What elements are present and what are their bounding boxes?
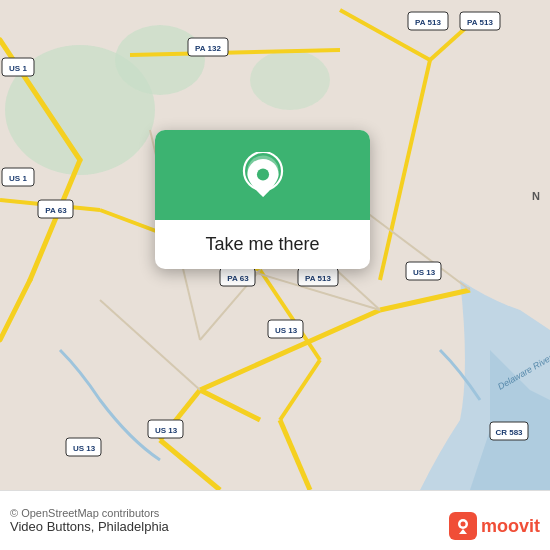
svg-text:CR 583: CR 583	[495, 428, 523, 437]
bottom-bar: © OpenStreetMap contributors Video Butto…	[0, 490, 550, 550]
svg-text:PA 63: PA 63	[227, 274, 249, 283]
svg-text:US 13: US 13	[155, 426, 178, 435]
svg-text:PA 63: PA 63	[45, 206, 67, 215]
svg-text:US 13: US 13	[73, 444, 96, 453]
svg-text:N: N	[532, 190, 540, 202]
svg-point-58	[256, 168, 268, 180]
map-container: US 1 US 1 PA 132 PA 513 PA 513 PA 63 PA …	[0, 0, 550, 490]
button-card: Take me there	[155, 130, 370, 269]
take-me-there-button[interactable]: Take me there	[175, 234, 350, 255]
location-pin-icon	[237, 152, 289, 204]
svg-text:US 1: US 1	[9, 64, 27, 73]
card-top	[155, 130, 370, 220]
svg-text:PA 513: PA 513	[467, 18, 493, 27]
svg-text:US 1: US 1	[9, 174, 27, 183]
svg-point-3	[250, 50, 330, 110]
moovit-logo: moovit	[449, 512, 540, 540]
moovit-icon	[449, 512, 477, 540]
svg-text:US 13: US 13	[413, 268, 436, 277]
svg-text:PA 132: PA 132	[195, 44, 221, 53]
svg-point-2	[115, 25, 205, 95]
svg-point-60	[460, 522, 465, 527]
card-bottom: Take me there	[155, 220, 370, 269]
svg-text:PA 513: PA 513	[415, 18, 441, 27]
moovit-text: moovit	[481, 516, 540, 537]
svg-text:US 13: US 13	[275, 326, 298, 335]
svg-text:PA 513: PA 513	[305, 274, 331, 283]
